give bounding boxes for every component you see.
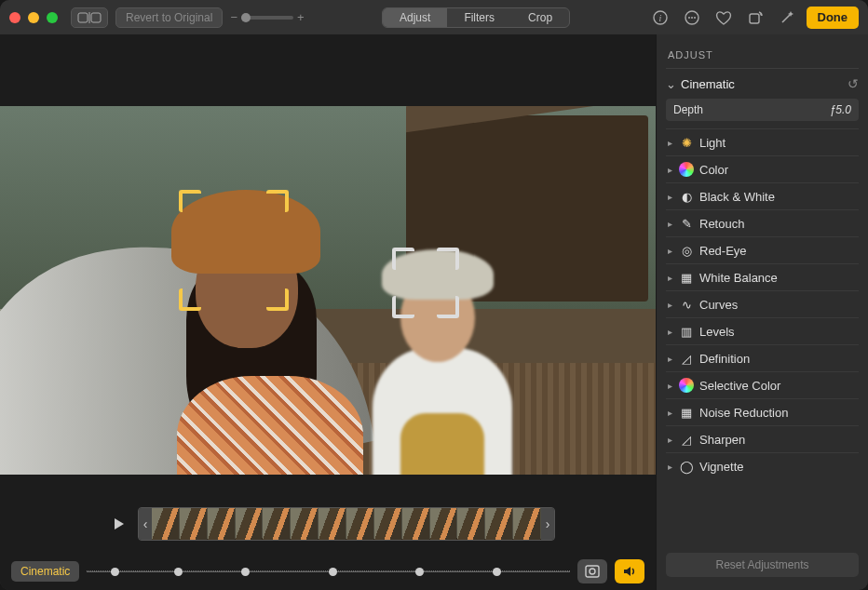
cinematic-reset-icon[interactable]: ↺ [848,76,859,91]
adjustment-retouch[interactable]: ▸✎Retouch [666,209,859,236]
cinematic-section-header[interactable]: ⌄ Cinematic ↺ [666,69,859,97]
chevron-right-icon: ▸ [666,435,673,445]
adjustment-color[interactable]: ▸Color [666,155,859,182]
timeline-row: ‹ › [0,495,656,553]
more-icon[interactable] [680,7,704,28]
adjustment-white-balance[interactable]: ▸▦White Balance [666,263,859,290]
retouch-icon: ✎ [679,216,694,231]
adjustment-noise-reduction[interactable]: ▸▦Noise Reduction [666,398,859,425]
reset-adjustments-button[interactable]: Reset Adjustments [666,553,859,577]
chevron-right-icon: ▸ [666,354,673,364]
filmstrip-frame[interactable] [374,508,402,540]
filmstrip-frame[interactable] [430,508,458,540]
adjustment-label: Curves [699,298,738,312]
tab-adjust[interactable]: Adjust [383,8,447,27]
sidebar-title: ADJUST [666,44,859,69]
filmstrip-frame[interactable] [180,508,208,540]
adjustment-label: Red-Eye [699,244,747,258]
zoom-out-icon: − [230,10,237,24]
canvas-area[interactable] [0,34,656,495]
focus-keyframe[interactable] [329,568,337,576]
depth-control[interactable]: Depth ƒ5.0 [666,99,859,121]
filmstrip-frame[interactable] [291,508,319,540]
filmstrip-frame[interactable] [236,508,264,540]
app-window: Revert to Original − + Adjust Filters Cr… [0,0,868,590]
filmstrip-frame[interactable] [208,508,236,540]
adjustment-levels[interactable]: ▸▥Levels [666,317,859,344]
view-toggle[interactable] [71,7,108,28]
play-button[interactable] [108,513,130,535]
focus-keyframe[interactable] [493,568,501,576]
adjustment-label: Sharpen [699,433,745,447]
close-window-button[interactable] [9,12,20,23]
svg-text:i: i [658,13,661,23]
tab-filters[interactable]: Filters [447,8,511,27]
svg-point-8 [694,17,696,19]
chevron-right-icon: ▸ [666,246,673,256]
zoom-slider[interactable]: − + [230,10,304,24]
svg-rect-9 [750,14,759,23]
depth-value: ƒ5.0 [830,103,851,116]
focus-keyframe[interactable] [241,568,250,576]
adjustment-label: Selective Color [699,379,780,393]
chevron-right-icon: ▸ [666,192,673,202]
chevron-right-icon: ▸ [666,300,673,310]
filmstrip-frame[interactable] [263,508,291,540]
auto-enhance-icon[interactable] [775,7,799,28]
focus-timeline[interactable] [87,561,570,582]
adjustment-label: Black & White [699,190,775,204]
focus-keyframe[interactable] [174,568,183,576]
filmstrip-frame[interactable] [346,508,374,540]
adjustment-selective-color[interactable]: ▸Selective Color [666,371,859,398]
favorite-icon[interactable] [712,7,736,28]
adjustment-label: Light [699,136,726,150]
auto-focus-button[interactable] [577,559,607,583]
adjustment-definition[interactable]: ▸◿Definition [666,344,859,371]
noise-reduction-icon: ▦ [679,405,694,420]
chevron-right-icon: ▸ [666,408,673,418]
color-icon [679,162,694,177]
adjustment-light[interactable]: ▸✺Light [666,128,859,155]
video-frame [0,106,656,475]
fullscreen-window-button[interactable] [47,12,58,23]
adjustment-redeye[interactable]: ▸◎Red-Eye [666,236,859,263]
canvas-column: ‹ › Cinematic [0,34,656,590]
minimize-window-button[interactable] [28,12,39,23]
adjustment-label: Levels [699,325,735,339]
cinematic-mode-toggle[interactable]: Cinematic [11,561,79,582]
edit-mode-tabs: Adjust Filters Crop [382,7,570,28]
revert-button[interactable]: Revert to Original [115,7,223,28]
rotate-icon[interactable] [743,7,767,28]
filmstrip[interactable]: ‹ › [138,507,555,541]
chevron-right-icon: ▸ [666,273,673,283]
adjustment-curves[interactable]: ▸∿Curves [666,290,859,317]
svg-point-6 [688,17,690,19]
trim-start-handle[interactable]: ‹ [139,508,152,540]
tab-crop[interactable]: Crop [511,8,569,27]
filmstrip-frame[interactable] [319,508,346,540]
filmstrip-frame[interactable] [513,508,541,540]
filmstrip-frame[interactable] [152,508,180,540]
adjustments-list: ▸✺Light▸Color▸◐Black & White▸✎Retouch▸◎R… [666,128,859,479]
window-controls [9,12,58,23]
editor-body: ‹ › Cinematic ADJUST [0,34,868,590]
done-button[interactable]: Done [807,7,860,29]
adjustment-bw[interactable]: ▸◐Black & White [666,182,859,209]
adjustment-sharpen[interactable]: ▸◿Sharpen [666,425,859,452]
svg-rect-10 [586,566,599,577]
filmstrip-frame[interactable] [457,508,485,540]
toolbar: Revert to Original − + Adjust Filters Cr… [0,0,868,34]
filmstrip-frames[interactable] [152,508,541,540]
svg-rect-2 [91,13,101,22]
info-icon[interactable]: i [648,7,672,28]
audio-toggle-button[interactable] [615,559,644,583]
focus-keyframe[interactable] [415,568,424,576]
adjustment-label: Noise Reduction [699,406,788,420]
filmstrip-frame[interactable] [402,508,430,540]
filmstrip-frame[interactable] [485,508,513,540]
trim-end-handle[interactable]: › [541,508,554,540]
depth-label: Depth [673,103,703,116]
chevron-right-icon: ▸ [666,462,673,472]
focus-keyframe[interactable] [111,568,119,576]
adjustment-vignette[interactable]: ▸◯Vignette [666,452,859,479]
